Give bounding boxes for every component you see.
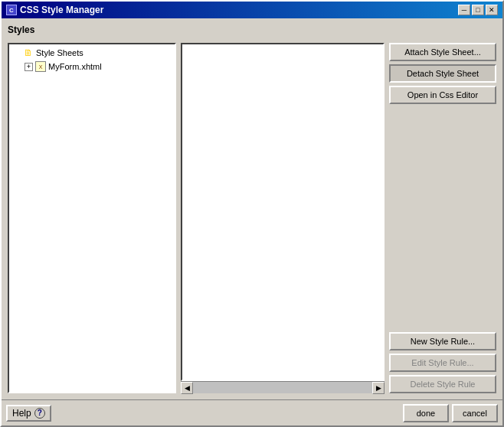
main-window: C CSS Style Manager ─ □ ✕ Styles 🗎 [0, 0, 504, 427]
main-area: 🗎 Style Sheets + X [8, 43, 496, 393]
help-button[interactable]: Help ? [6, 405, 51, 422]
minimize-button[interactable]: ─ [458, 5, 470, 15]
folder-icon: 🗎 [22, 47, 34, 59]
scroll-track[interactable] [193, 382, 372, 393]
tree-label-myform: MyForm.xhtml [48, 62, 102, 71]
window-content: Styles 🗎 Style Sheets + [2, 18, 502, 399]
tree-view[interactable]: 🗎 Style Sheets + X [8, 43, 176, 393]
window-title: CSS Style Manager [20, 5, 103, 15]
tree-label-stylesheets: Style Sheets [36, 48, 83, 57]
close-button[interactable]: ✕ [486, 5, 498, 15]
bottom-bar: Help ? done cancel [2, 399, 502, 425]
window-icon: C [6, 5, 17, 15]
help-icon: ? [34, 408, 45, 419]
done-button[interactable]: done [403, 404, 449, 422]
delete-style-rule-button[interactable]: Delete Style Rule [389, 375, 496, 393]
horizontal-scrollbar[interactable]: ◀ ▶ [181, 381, 385, 393]
cancel-button[interactable]: cancel [452, 404, 498, 422]
attach-style-sheet-button[interactable]: Attach Style Sheet... [389, 43, 496, 61]
spacer-icon [12, 47, 21, 59]
tree-child-myform: + X MyForm.xhtml [11, 60, 173, 73]
help-label: Help [12, 408, 31, 419]
tree-item-stylesheets[interactable]: 🗎 Style Sheets [11, 46, 173, 60]
right-panel: Attach Style Sheet... Detach Style Sheet… [389, 43, 496, 393]
new-style-rule-button[interactable]: New Style Rule... [389, 332, 496, 350]
scroll-right-button[interactable]: ▶ [372, 382, 385, 394]
open-css-editor-button[interactable]: Open in Css Editor [389, 86, 496, 104]
title-bar-controls: ─ □ ✕ [458, 5, 498, 15]
title-bar-left: C CSS Style Manager [6, 5, 103, 15]
bottom-right-buttons: done cancel [403, 404, 498, 422]
tree-item-myform[interactable]: + X MyForm.xhtml [23, 60, 173, 73]
center-panel: ◀ ▶ [181, 43, 385, 393]
scroll-left-button[interactable]: ◀ [181, 382, 193, 394]
title-bar: C CSS Style Manager ─ □ ✕ [2, 2, 502, 18]
maximize-button[interactable]: □ [472, 5, 484, 15]
expand-icon[interactable]: + [25, 63, 33, 71]
detach-style-sheet-button[interactable]: Detach Style Sheet [389, 64, 496, 83]
edit-style-rule-button[interactable]: Edit Style Rule... [389, 354, 496, 372]
content-view[interactable] [181, 43, 385, 381]
file-icon: X [34, 60, 47, 73]
section-label: Styles [8, 24, 496, 35]
left-panel: 🗎 Style Sheets + X [8, 43, 176, 393]
